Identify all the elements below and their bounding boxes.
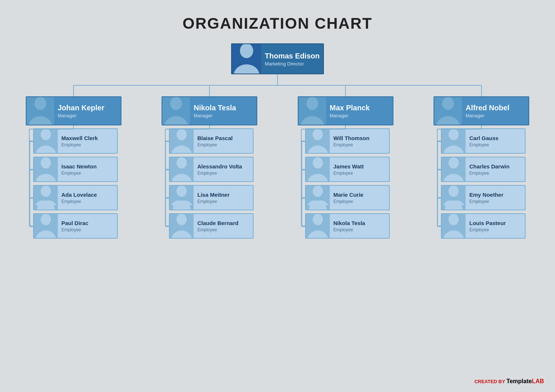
svg-point-7 xyxy=(36,174,56,181)
manager-name-1: Nikola Tesla xyxy=(194,103,253,112)
svg-point-9 xyxy=(40,214,51,225)
manager-info-3: Alfred Nobel Manager xyxy=(462,101,529,121)
employee-item-3-3: Louis Pasteur Employee xyxy=(441,213,526,239)
svg-point-22 xyxy=(312,129,323,140)
employee-item-1-0: Blaise Pascal Employee xyxy=(169,128,254,154)
svg-point-26 xyxy=(312,186,323,197)
employee-name-0-2: Ada Lovelace xyxy=(61,192,113,198)
employee-name-0-3: Paul Dirac xyxy=(61,220,113,227)
manager-info-1: Nikola Tesla Manager xyxy=(190,101,257,121)
employee-title-1-0: Employee xyxy=(197,142,249,147)
director-card: Thomas Edison Marketing Director xyxy=(231,43,324,74)
employee-info-1-2: Lisa Meitner Employee xyxy=(194,189,253,206)
employee-title-3-0: Employee xyxy=(469,142,521,147)
svg-point-23 xyxy=(308,146,328,153)
svg-point-25 xyxy=(308,174,328,181)
svg-point-16 xyxy=(172,174,192,181)
col-0: Johan Kepler Manager Maxwell Clerk Emplo… xyxy=(7,96,140,239)
watermark-lab: LAB xyxy=(532,378,544,384)
employee-card-1-0: Blaise Pascal Employee xyxy=(169,128,254,154)
col-2: Max Planck Manager Will Thomson Employee xyxy=(279,96,412,239)
employee-info-1-1: Alessandro Volta Employee xyxy=(194,161,253,178)
manager-card-1: Nikola Tesla Manager xyxy=(162,96,257,125)
watermark: CREATED BY TemplateLAB xyxy=(474,378,544,385)
svg-point-19 xyxy=(172,231,192,238)
director-to-manager-lines xyxy=(7,74,548,96)
employee-avatar-3-3 xyxy=(442,214,466,238)
employee-card-0-1: Isaac Newton Employee xyxy=(33,157,118,182)
employee-avatar-0-0 xyxy=(34,129,58,153)
employee-avatar-1-0 xyxy=(170,129,194,153)
chart-title: ORGANIZATION CHART xyxy=(183,15,372,32)
svg-point-2 xyxy=(34,97,46,110)
svg-point-11 xyxy=(170,97,182,110)
svg-point-6 xyxy=(40,157,51,168)
watermark-template: Template xyxy=(506,378,532,384)
svg-point-30 xyxy=(436,116,460,125)
columns-wrap: Johan Kepler Manager Maxwell Clerk Emplo… xyxy=(7,96,548,239)
employee-avatar-1-3 xyxy=(170,214,194,238)
manager-name-3: Alfred Nobel xyxy=(466,103,525,112)
employee-list-2: Will Thomson Employee James Watt Employe… xyxy=(301,128,390,239)
manager-avatar-2 xyxy=(298,97,326,125)
manager-info-2: Max Planck Manager xyxy=(326,101,393,121)
employee-info-2-0: Will Thomson Employee xyxy=(330,133,389,150)
manager-title-1: Manager xyxy=(194,113,253,118)
svg-point-37 xyxy=(443,231,464,238)
svg-point-33 xyxy=(449,157,459,168)
manager-card-2: Max Planck Manager xyxy=(298,96,393,125)
director-info: Thomas Edison Marketing Director xyxy=(261,49,324,69)
manager-name-2: Max Planck xyxy=(330,103,389,112)
employee-avatar-1-1 xyxy=(170,157,194,181)
svg-point-28 xyxy=(308,231,328,238)
employee-card-2-2: Marie Curie Employee xyxy=(305,185,390,210)
svg-point-17 xyxy=(177,186,187,197)
svg-point-4 xyxy=(40,129,51,140)
employee-name-3-1: Charles Darwin xyxy=(469,163,521,170)
employee-name-2-3: Nikola Tesla xyxy=(333,220,385,227)
employee-avatar-1-2 xyxy=(170,186,194,210)
manager-card-3: Alfred Nobel Manager xyxy=(434,96,529,125)
employee-card-0-2: Ada Lovelace Employee xyxy=(33,185,118,210)
employee-name-0-0: Maxwell Clerk xyxy=(61,135,113,142)
svg-point-18 xyxy=(177,214,187,225)
col-1: Nikola Tesla Manager Blaise Pascal Emplo… xyxy=(144,96,276,239)
employee-info-1-3: Claude Bernard Employee xyxy=(194,218,253,235)
svg-point-21 xyxy=(300,116,324,125)
col-3: Alfred Nobel Manager Carl Gauss Employee xyxy=(416,96,548,239)
svg-point-12 xyxy=(165,116,188,125)
svg-point-10 xyxy=(36,231,56,238)
manager-avatar-3 xyxy=(434,97,462,125)
svg-point-14 xyxy=(172,146,192,153)
director-name: Thomas Edison xyxy=(265,51,320,60)
employee-name-3-0: Carl Gauss xyxy=(469,135,521,142)
manager-avatar-0 xyxy=(26,97,54,125)
employee-avatar-2-3 xyxy=(306,214,330,238)
employee-title-1-1: Employee xyxy=(197,171,249,176)
svg-point-0 xyxy=(240,44,253,58)
employee-card-3-2: Emy Noether Employee xyxy=(441,185,526,210)
employee-item-0-1: Isaac Newton Employee xyxy=(33,157,118,182)
employee-name-1-0: Blaise Pascal xyxy=(197,135,249,142)
employee-info-2-1: James Watt Employee xyxy=(330,161,389,178)
employee-title-0-3: Employee xyxy=(61,227,113,232)
employee-item-1-3: Claude Bernard Employee xyxy=(169,213,254,239)
employee-avatar-3-2 xyxy=(442,186,466,210)
employee-card-3-0: Carl Gauss Employee xyxy=(441,128,526,154)
manager-title-0: Manager xyxy=(58,113,117,118)
employee-info-2-2: Marie Curie Employee xyxy=(330,189,389,206)
watermark-prefix: CREATED BY xyxy=(474,379,505,384)
employee-title-0-1: Employee xyxy=(61,171,113,176)
svg-point-27 xyxy=(312,214,323,225)
employee-info-3-0: Carl Gauss Employee xyxy=(466,133,525,150)
employee-title-2-1: Employee xyxy=(333,171,385,176)
employee-info-3-2: Emy Noether Employee xyxy=(466,189,525,206)
org-chart: Thomas Edison Marketing Director Johan K… xyxy=(7,43,548,239)
svg-point-24 xyxy=(312,157,323,168)
employee-avatar-0-1 xyxy=(34,157,58,181)
svg-point-32 xyxy=(443,146,464,153)
employee-info-1-0: Blaise Pascal Employee xyxy=(194,133,253,150)
employee-avatar-3-0 xyxy=(442,129,466,153)
employee-card-2-3: Nikola Tesla Employee xyxy=(305,213,390,239)
employee-card-3-3: Louis Pasteur Employee xyxy=(441,213,526,239)
